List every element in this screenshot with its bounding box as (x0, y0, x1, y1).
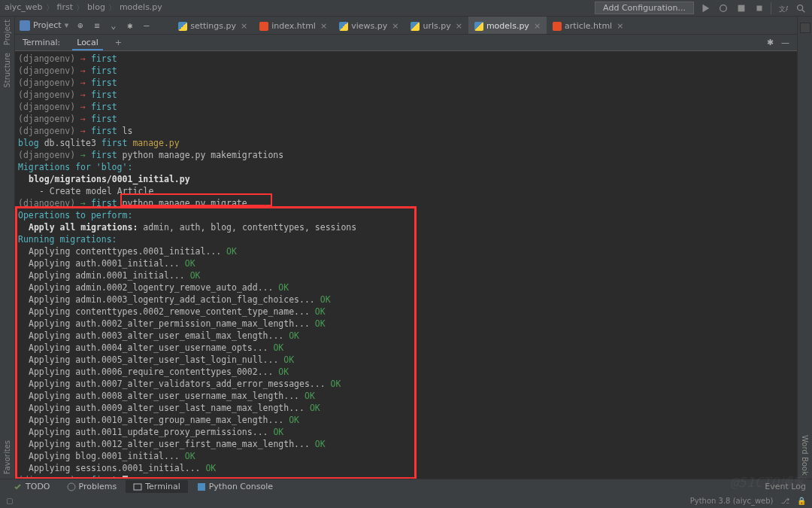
tool-word-book[interactable]: Word Book (801, 435, 809, 476)
run-icon[interactable] (698, 2, 712, 15)
editor-tab[interactable]: models.py× (468, 17, 547, 34)
status-git-icon[interactable]: ⎇ (780, 497, 789, 505)
terminal-hide-icon[interactable]: — (781, 38, 789, 47)
close-icon[interactable]: × (392, 21, 398, 31)
breadcrumb: aiyc_web〉 first〉 blog〉 models.py (5, 2, 162, 14)
svg-point-6 (68, 483, 75, 491)
close-icon[interactable]: × (617, 21, 623, 31)
tool-favorites[interactable]: Favorites (3, 440, 11, 474)
terminal-output[interactable]: (djangoenv) → first (djangoenv) → first … (15, 51, 797, 479)
editor-tab[interactable]: views.py× (333, 17, 404, 34)
stop-icon[interactable] (753, 2, 766, 15)
tool-todo[interactable]: TODO (6, 480, 58, 493)
right-tool-strip: Word Book (797, 17, 812, 479)
add-configuration-button[interactable]: Add Configuration... (595, 2, 694, 14)
left-tool-strip: Project Structure Favorites (0, 17, 15, 479)
svg-line-5 (802, 9, 805, 12)
hide-icon[interactable]: — (144, 20, 154, 31)
watermark: @51CTO博客 (730, 473, 806, 491)
right-strip-icon[interactable] (800, 23, 810, 33)
tab-label: article.html (565, 21, 612, 31)
terminal-panel-header: Terminal: Local + ✱ — (15, 35, 797, 51)
file-type-icon (339, 22, 348, 31)
expand-all-icon[interactable]: ≡ (94, 20, 105, 31)
project-icon (20, 20, 30, 31)
svg-rect-2 (757, 5, 762, 11)
terminal-tab-local[interactable]: Local (72, 35, 103, 50)
breadcrumb-item[interactable]: aiyc_web (5, 2, 43, 14)
breadcrumb-item[interactable]: first (57, 2, 74, 14)
chevron-down-icon[interactable]: ▾ (65, 20, 69, 30)
top-navbar: aiyc_web〉 first〉 blog〉 models.py Add Con… (0, 0, 812, 17)
tab-label: index.html (271, 21, 316, 31)
tool-project[interactable]: Project (3, 20, 11, 45)
file-type-icon (553, 22, 562, 31)
project-label[interactable]: Project (33, 20, 62, 30)
terminal-add-tab[interactable]: + (115, 38, 122, 47)
status-bar: ▢ Python 3.8 (aiyc_web) ⎇ 🔒 (0, 494, 812, 508)
debug-icon[interactable] (717, 2, 730, 15)
editor-tab[interactable]: article.html× (547, 17, 629, 34)
search-icon[interactable] (794, 2, 807, 15)
tool-terminal[interactable]: Terminal (126, 480, 188, 493)
svg-text:文A: 文A (779, 5, 788, 12)
file-type-icon (474, 22, 483, 31)
tool-problems[interactable]: Problems (59, 480, 125, 493)
file-type-icon (178, 22, 187, 31)
editor-tab[interactable]: urls.py× (404, 17, 468, 34)
tab-label: settings.py (190, 21, 236, 31)
status-rect-icon[interactable]: ▢ (6, 497, 13, 505)
collapse-icon[interactable]: ⌄ (111, 20, 121, 31)
status-interpreter[interactable]: Python 3.8 (aiyc_web) (690, 497, 774, 505)
breadcrumb-file[interactable]: models.py (120, 2, 162, 14)
tab-label: urls.py (423, 21, 450, 31)
tool-python-console[interactable]: Python Console (189, 480, 280, 493)
editor-tab[interactable]: settings.py× (172, 17, 253, 34)
status-lock-icon[interactable]: 🔒 (797, 497, 806, 505)
editor-tab[interactable]: index.html× (253, 17, 333, 34)
breadcrumb-item[interactable]: blog (87, 2, 105, 14)
project-toolbar: Project ▾ ⊕ ≡ ⌄ ✱ — settings.py×index.ht… (15, 17, 797, 35)
svg-rect-1 (738, 5, 745, 11)
tab-label: views.py (351, 21, 387, 31)
run-tool-icon[interactable] (735, 2, 748, 15)
scroll-from-source-icon[interactable]: ⊕ (77, 20, 88, 31)
close-icon[interactable]: × (456, 21, 462, 31)
tool-structure[interactable]: Structure (3, 53, 11, 88)
svg-rect-7 (134, 484, 141, 490)
terminal-settings-icon[interactable]: ✱ (767, 38, 774, 47)
svg-point-0 (720, 5, 727, 11)
close-icon[interactable]: × (534, 21, 541, 31)
terminal-title: Terminal: (23, 38, 60, 47)
close-icon[interactable]: × (241, 21, 247, 31)
translate-icon[interactable]: 文A (776, 2, 789, 15)
svg-point-4 (798, 5, 803, 10)
close-icon[interactable]: × (320, 21, 327, 31)
svg-rect-8 (198, 483, 205, 491)
bottom-tool-strip: TODO Problems Terminal Python Console Ev… (0, 479, 812, 494)
file-type-icon (411, 22, 420, 31)
tab-label: models.py (486, 21, 529, 31)
editor-tabs: settings.py×index.html×views.py×urls.py×… (172, 17, 629, 34)
gear-icon[interactable]: ✱ (127, 20, 138, 31)
file-type-icon (259, 22, 268, 31)
